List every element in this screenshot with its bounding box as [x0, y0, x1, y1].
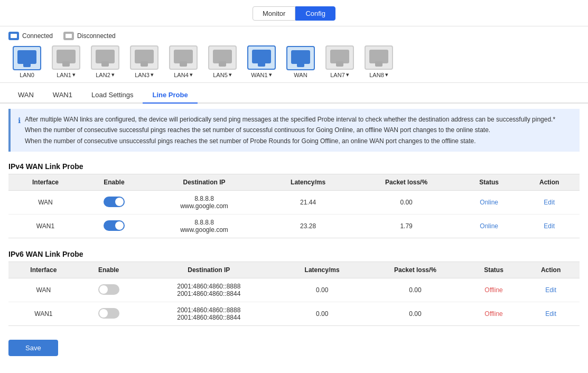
ipv6-wan1-edit-link[interactable]: Edit	[545, 310, 556, 318]
ipv4-wan-toggle[interactable]	[104, 197, 125, 207]
port-connector-LAN7	[336, 61, 343, 67]
port-label-LAN2: LAN2 ▾	[96, 71, 115, 78]
ipv4-wan1-toggle[interactable]	[104, 220, 125, 231]
tab-config[interactable]: Config	[295, 6, 335, 21]
ipv6-wan1-toggle-knob	[99, 309, 108, 318]
port-LAN7[interactable]: LAN7 ▾	[321, 45, 358, 78]
ipv4-wan-toggle-knob	[115, 198, 124, 206]
save-section: Save	[0, 332, 588, 363]
ipv6-wan1-interface: WAN1	[8, 302, 79, 326]
tab-monitor[interactable]: Monitor	[253, 6, 295, 21]
legend-disconnected: Disconnected	[63, 32, 116, 40]
ipv6-wan-toggle[interactable]	[98, 284, 119, 295]
svg-rect-3	[67, 37, 70, 38]
port-label-LAN3: LAN3 ▾	[135, 71, 154, 78]
port-LAN8[interactable]: LAN8 ▾	[360, 45, 397, 78]
port-icon-WAN1	[247, 45, 276, 70]
ipv6-wan-action: Edit	[522, 278, 580, 302]
ipv4-wan1-edit-link[interactable]: Edit	[544, 222, 555, 230]
port-LAN3[interactable]: LAN3 ▾	[126, 45, 163, 78]
port-connector-WAN	[297, 62, 304, 67]
port-icon-WAN	[286, 46, 315, 70]
ipv6-wan1-toggle[interactable]	[98, 308, 119, 319]
col-status-ipv6: Status	[465, 262, 522, 278]
port-label-WAN1: WAN1 ▾	[251, 71, 272, 78]
port-label-LAN8: LAN8 ▾	[369, 71, 388, 78]
port-LAN0[interactable]: LAN0	[8, 46, 45, 78]
dropdown-arrow-LAN8: ▾	[385, 71, 388, 78]
col-packet-loss-ipv6: Packet loss/%	[365, 262, 465, 278]
ipv4-wan-interface: WAN	[8, 191, 82, 215]
ipv6-wan1-latency: 0.00	[279, 302, 365, 326]
ipv6-wan-edit-link[interactable]: Edit	[545, 286, 556, 294]
tab-line-probe[interactable]: Line Probe	[143, 87, 197, 104]
port-label-WAN: WAN	[294, 72, 307, 78]
save-button[interactable]: Save	[8, 340, 58, 356]
port-connector-LAN5	[219, 61, 226, 67]
ipv6-wan1-packet-loss: 0.00	[365, 302, 465, 326]
ipv6-row-wan1: WAN1 2001:4860:4860::8888 2001:4860:4860…	[8, 302, 580, 326]
svg-rect-1	[12, 37, 15, 38]
ipv6-wan-dest-ip: 2001:4860:4860::8888 2001:4860:4860::884…	[138, 278, 279, 302]
info-text: After multiple WAN links are configured,…	[25, 114, 555, 146]
disconnected-icon	[63, 32, 74, 40]
col-action-ipv6: Action	[522, 262, 580, 278]
port-connector-LAN0	[23, 62, 31, 67]
ipv6-wan-packet-loss: 0.00	[365, 278, 465, 302]
ipv4-row-wan: WAN 8.8.8.8 www.google.com 21.44 0.00 On…	[8, 191, 580, 215]
port-icon-LAN7	[325, 45, 354, 70]
dropdown-arrow-LAN7: ▾	[346, 71, 349, 78]
port-label-LAN7: LAN7 ▾	[330, 71, 349, 78]
ipv4-wan-packet-loss: 0.00	[353, 191, 459, 215]
port-label-LAN0: LAN0	[20, 72, 34, 78]
port-LAN1[interactable]: LAN1 ▾	[48, 45, 85, 78]
ipv4-wan-toggle-cell	[82, 191, 146, 215]
col-latency-ipv4: Latency/ms	[263, 174, 353, 191]
port-label-LAN1: LAN1 ▾	[57, 71, 76, 78]
dropdown-arrow-LAN5: ▾	[229, 71, 232, 78]
port-label-LAN5: LAN5 ▾	[213, 71, 232, 78]
port-WAN-icon[interactable]: WAN	[282, 46, 319, 78]
ipv4-wan1-status: Online	[459, 215, 519, 238]
col-interface-ipv6: Interface	[8, 262, 79, 278]
port-icon-LAN4	[169, 45, 198, 70]
port-icon-LAN5	[208, 45, 237, 70]
tab-wan[interactable]: WAN	[8, 87, 43, 104]
port-label-LAN4: LAN4 ▾	[174, 71, 193, 78]
ipv4-table: Interface Enable Destination IP Latency/…	[8, 174, 580, 238]
tab-wan1[interactable]: WAN1	[43, 87, 82, 104]
dropdown-arrow-WAN1: ▾	[269, 71, 272, 78]
ipv6-table: Interface Enable Destination IP Latency/…	[8, 262, 580, 326]
ipv6-wan-toggle-cell	[79, 278, 139, 302]
port-icon-LAN0	[13, 46, 41, 70]
sub-tabs: WAN WAN1 Load Settings Line Probe	[0, 87, 588, 104]
ipv4-wan1-interface: WAN1	[8, 215, 82, 238]
info-icon: ℹ	[18, 115, 21, 146]
col-dest-ip-ipv6: Destination IP	[138, 262, 279, 278]
port-icon-LAN1	[52, 45, 80, 70]
dropdown-arrow-LAN4: ▾	[190, 71, 193, 78]
port-WAN1-icon[interactable]: WAN1 ▾	[243, 45, 280, 78]
tab-load-settings[interactable]: Load Settings	[82, 87, 143, 104]
legend-connected-label: Connected	[22, 32, 53, 40]
legend-bar: Connected Disconnected	[0, 26, 588, 43]
ipv4-wan-edit-link[interactable]: Edit	[544, 199, 555, 206]
port-icon-LAN8	[365, 45, 393, 70]
ipv4-wan1-toggle-cell	[82, 215, 146, 238]
ipv6-wan1-toggle-cell	[79, 302, 139, 326]
port-LAN5[interactable]: LAN5 ▾	[204, 45, 241, 78]
ipv4-wan1-packet-loss: 1.79	[353, 215, 459, 238]
ipv6-wan-latency: 0.00	[279, 278, 365, 302]
legend-disconnected-label: Disconnected	[77, 32, 116, 40]
top-nav: Monitor Config	[0, 0, 588, 26]
col-action-ipv4: Action	[519, 174, 580, 191]
ipv6-table-wrapper: Interface Enable Destination IP Latency/…	[0, 262, 588, 326]
port-LAN4[interactable]: LAN4 ▾	[165, 45, 202, 78]
ipv6-heading: IPv6 WAN Link Probe	[0, 245, 588, 262]
info-box: ℹ After multiple WAN links are configure…	[8, 109, 580, 152]
ipv4-wan1-dest-ip: 8.8.8.8 www.google.com	[146, 215, 263, 238]
port-LAN2[interactable]: LAN2 ▾	[87, 45, 124, 78]
dropdown-arrow-LAN1: ▾	[72, 71, 76, 78]
ipv6-wan1-status: Offline	[465, 302, 522, 326]
col-latency-ipv6: Latency/ms	[279, 262, 365, 278]
